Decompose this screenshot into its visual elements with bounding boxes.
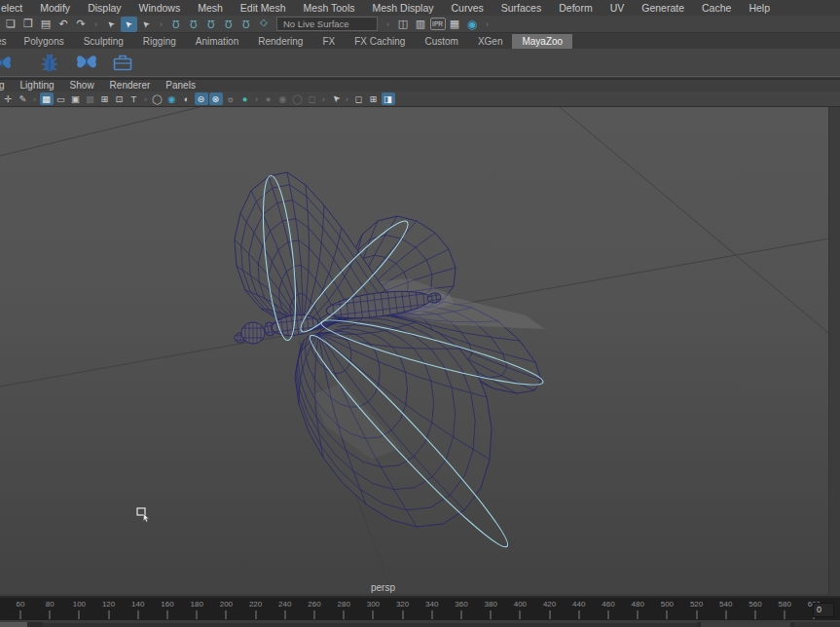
- redo-icon[interactable]: ↷: [73, 17, 90, 32]
- timeline-tick-200: 200: [212, 600, 239, 619]
- new-scene-icon[interactable]: ❏: [3, 17, 19, 32]
- antialias-icon[interactable]: ◯: [291, 92, 305, 105]
- menu-mesh-display[interactable]: Mesh Display: [363, 0, 442, 16]
- timeline-tick-460: 460: [595, 600, 622, 619]
- range-start-field[interactable]: [0, 622, 27, 627]
- range-slider-bar[interactable]: [43, 622, 697, 627]
- isolate-select-icon[interactable]: ➤: [329, 92, 343, 105]
- render-settings-icon[interactable]: ▦: [447, 17, 463, 32]
- timeline-tick-260: 260: [301, 600, 328, 619]
- beetle-shelf-icon[interactable]: [39, 50, 60, 75]
- panel-menu-lighting[interactable]: Lighting: [13, 80, 62, 92]
- shelf-tab-es[interactable]: es: [0, 34, 15, 49]
- shelf-tab-fx-caching[interactable]: FX Caching: [345, 34, 415, 49]
- moth-shelf-icon[interactable]: [0, 50, 16, 75]
- menu-mesh-tools[interactable]: Mesh Tools: [295, 0, 364, 16]
- motion-blur-icon[interactable]: ◉: [276, 92, 290, 105]
- shelf-tab-xgen[interactable]: XGen: [468, 34, 513, 49]
- film-gate-icon[interactable]: ▭: [55, 92, 68, 105]
- timeline-tick-300: 300: [359, 600, 386, 619]
- make-live-icon[interactable]: ◇: [256, 17, 273, 32]
- menu-uv[interactable]: UV: [602, 0, 634, 16]
- menu-cache[interactable]: Cache: [693, 0, 740, 16]
- crosshair-icon[interactable]: ✛: [2, 92, 16, 105]
- grid-line: [560, 107, 840, 343]
- menu-display[interactable]: Display: [79, 0, 129, 16]
- snap-to-curve-icon[interactable]: Ω: [186, 17, 202, 32]
- camera-name-label: persp: [371, 582, 395, 593]
- snap-to-point-icon[interactable]: Ω: [203, 17, 220, 32]
- pane-four-icon[interactable]: ⊞: [367, 92, 381, 105]
- safe-action-icon[interactable]: ⊡: [113, 92, 127, 105]
- ao-icon[interactable]: ●: [262, 92, 275, 105]
- xray-icon[interactable]: ⊗: [209, 92, 223, 105]
- save-scene-icon[interactable]: ▤: [38, 17, 55, 32]
- moth-wireframe-model[interactable]: [235, 172, 546, 556]
- panel-menu-g[interactable]: g: [0, 80, 13, 92]
- open-scene-icon[interactable]: ❒: [20, 17, 37, 32]
- shelf-tab-custom[interactable]: Custom: [415, 34, 467, 49]
- pencil-icon[interactable]: ✎: [17, 92, 30, 105]
- timeline-tick-440: 440: [566, 600, 593, 619]
- panel-menu-renderer[interactable]: Renderer: [102, 80, 159, 92]
- textured-icon[interactable]: ◐: [180, 92, 194, 105]
- panel-menu-show[interactable]: Show: [62, 80, 102, 92]
- shelf-tab-mayazoo[interactable]: MayaZoo: [512, 34, 572, 49]
- grid-toggle-icon[interactable]: ▦: [40, 92, 54, 105]
- ipr-render-icon[interactable]: IPR: [430, 18, 446, 30]
- snap-to-grid-icon[interactable]: Ω: [168, 17, 185, 32]
- live-surface-field[interactable]: No Live Surface: [276, 17, 378, 31]
- menu-mesh[interactable]: Mesh: [189, 0, 232, 16]
- panel-menubar: gLightingShowRendererPanels: [0, 80, 840, 92]
- pane-outliner-icon[interactable]: ◨: [382, 92, 395, 105]
- menu-deform[interactable]: Deform: [550, 0, 601, 16]
- timeline-tick-580: 580: [771, 600, 798, 619]
- undo-icon[interactable]: ↶: [55, 17, 72, 32]
- menu-surfaces[interactable]: Surfaces: [493, 0, 550, 16]
- range-end-field[interactable]: [701, 622, 790, 627]
- exposure-icon[interactable]: ◻: [306, 92, 319, 105]
- menu-modify[interactable]: Modify: [31, 0, 79, 16]
- shelf-tab-animation[interactable]: Animation: [186, 34, 248, 49]
- field-chart-icon[interactable]: ⊞: [98, 92, 112, 105]
- time-slider[interactable]: 0 60801001201401601802002202402602803003…: [0, 596, 840, 620]
- select-by-hierarchy-icon[interactable]: ➤: [103, 17, 120, 32]
- menu-edit-mesh[interactable]: Edit Mesh: [232, 0, 295, 16]
- shadows-icon[interactable]: ●: [238, 92, 252, 105]
- snap-to-view-plane-icon[interactable]: Ω: [238, 17, 255, 32]
- render-globe-icon[interactable]: ◉: [464, 17, 481, 32]
- timeline-tick-120: 120: [95, 600, 123, 619]
- render-current-frame-icon[interactable]: ▥: [413, 17, 429, 32]
- gate-mask-icon[interactable]: ▩: [84, 92, 97, 105]
- shelf-tab-polygons[interactable]: Polygons: [15, 34, 74, 49]
- perspective-viewport[interactable]: persp: [0, 107, 840, 594]
- select-by-component-icon[interactable]: ➤: [138, 17, 155, 32]
- current-frame-field[interactable]: 0: [813, 603, 834, 617]
- butterfly-shelf-icon[interactable]: [74, 50, 99, 75]
- toolbox-shelf-icon[interactable]: [111, 50, 134, 75]
- toolbar-separator: ›: [94, 19, 97, 29]
- wireframe-icon[interactable]: ◯: [151, 92, 164, 105]
- lighting-icon[interactable]: ☼: [224, 92, 237, 105]
- viewport-canvas: [0, 107, 840, 594]
- shelf: [0, 49, 840, 77]
- menu-curves[interactable]: Curves: [443, 0, 493, 16]
- shaded-icon[interactable]: ◉: [165, 92, 179, 105]
- select-by-object-icon[interactable]: ➤: [121, 17, 137, 32]
- timeline-tick-220: 220: [242, 600, 270, 619]
- panel-menu-panels[interactable]: Panels: [158, 80, 203, 92]
- safe-title-icon[interactable]: T: [128, 92, 141, 105]
- shelf-tab-rigging[interactable]: Rigging: [133, 34, 186, 49]
- snap-to-projected-center-icon[interactable]: Ω: [221, 17, 237, 32]
- menu-elect[interactable]: elect: [0, 0, 31, 16]
- menu-windows[interactable]: Windows: [130, 0, 190, 16]
- pane-single-icon[interactable]: ◻: [352, 92, 366, 105]
- wireframe-on-shaded-icon[interactable]: ⊜: [195, 92, 208, 105]
- resolution-gate-icon[interactable]: ▣: [69, 92, 83, 105]
- shelf-tab-sculpting[interactable]: Sculpting: [74, 34, 133, 49]
- shelf-tab-rendering[interactable]: Rendering: [248, 34, 312, 49]
- shelf-tab-fx[interactable]: FX: [312, 34, 345, 49]
- menu-help[interactable]: Help: [740, 0, 779, 16]
- render-view-icon[interactable]: ◫: [395, 17, 412, 32]
- menu-generate[interactable]: Generate: [633, 0, 693, 16]
